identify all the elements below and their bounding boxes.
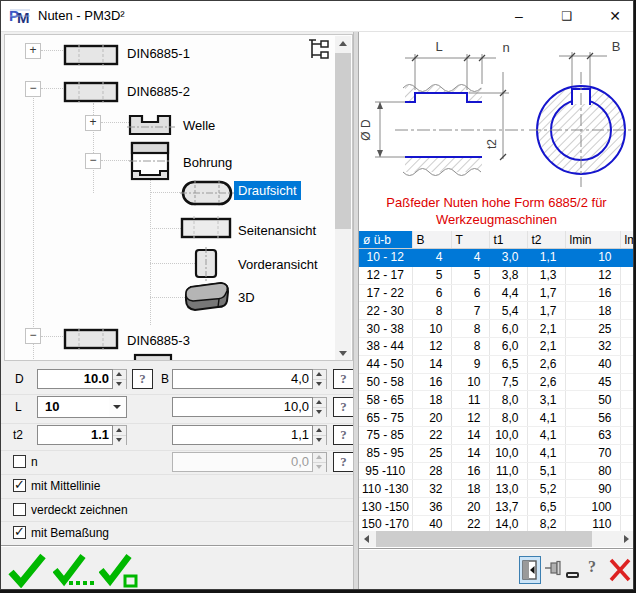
table-cell[interactable]: 2,6 xyxy=(527,355,565,373)
scroll-up-button[interactable] xyxy=(335,36,351,52)
table-cell[interactable]: 4,4 xyxy=(489,284,527,302)
table-cell[interactable]: 25 xyxy=(565,320,620,338)
table-cell[interactable]: 8 xyxy=(412,302,451,320)
table-header-cell[interactable]: lmin xyxy=(565,231,620,249)
t2-input[interactable]: 1.1 xyxy=(37,425,113,445)
table-cell[interactable]: 75 - 85 xyxy=(359,426,412,444)
table-cell[interactable]: 22 xyxy=(412,426,451,444)
t2-hub-spinner[interactable] xyxy=(313,425,327,445)
table-row[interactable]: 85 - 95251410,04,170 xyxy=(359,444,634,462)
table-cell[interactable]: 8,0 xyxy=(489,409,527,427)
table-row[interactable]: 58 - 6518118,03,150 xyxy=(359,391,634,409)
t2-help-button[interactable]: ? xyxy=(333,425,354,445)
table-cell[interactable]: 8,0 xyxy=(489,391,527,409)
table-cell[interactable] xyxy=(620,462,634,480)
table-cell[interactable]: 63 xyxy=(565,426,620,444)
table-cell[interactable]: 6,5 xyxy=(489,355,527,373)
d-help-button[interactable]: ? xyxy=(132,369,153,389)
table-cell[interactable]: 18 xyxy=(451,480,489,498)
table-cell[interactable] xyxy=(620,337,634,355)
ok-options-button[interactable] xyxy=(99,552,141,588)
tree-item-label[interactable]: Bohrung xyxy=(179,153,236,172)
table-row[interactable]: 10 - 12443,01,110 xyxy=(359,249,634,267)
table-cell[interactable]: 130 -150 xyxy=(359,498,412,516)
table-cell[interactable]: 50 xyxy=(565,391,620,409)
table-cell[interactable]: 100 xyxy=(565,498,620,516)
table-row[interactable]: 44 - 501496,52,640 xyxy=(359,355,634,373)
table-cell[interactable]: 16 xyxy=(451,462,489,480)
table-cell[interactable]: 17 - 22 xyxy=(359,284,412,302)
l-length-spinner[interactable] xyxy=(313,397,327,417)
table-cell[interactable]: 8 xyxy=(451,337,489,355)
table-cell[interactable]: 30 - 38 xyxy=(359,320,412,338)
maximize-button[interactable]: ❑ xyxy=(545,1,589,31)
table-cell[interactable]: 1,3 xyxy=(527,266,565,284)
table-cell[interactable]: 4 xyxy=(451,249,489,267)
table-cell[interactable]: 4,1 xyxy=(527,444,565,462)
table-header-cell[interactable]: B xyxy=(412,231,451,249)
table-cell[interactable] xyxy=(620,249,634,267)
table-cell[interactable]: 8 xyxy=(451,320,489,338)
table-cell[interactable]: 7 xyxy=(451,302,489,320)
tree-item-label-selected[interactable]: Draufsicht xyxy=(234,181,301,200)
tree-item-label[interactable]: DIN6885-2 xyxy=(123,82,194,101)
tree-item-label[interactable]: Vorderansicht xyxy=(234,255,322,274)
table-cell[interactable]: 6 xyxy=(412,284,451,302)
table-cell[interactable]: 10 xyxy=(412,320,451,338)
table-cell[interactable]: 70 xyxy=(565,444,620,462)
table-cell[interactable]: 5 xyxy=(451,266,489,284)
table-cell[interactable]: 1,7 xyxy=(527,284,565,302)
table-cell[interactable]: 16 xyxy=(412,373,451,391)
table-cell[interactable]: 22 - 30 xyxy=(359,302,412,320)
scroll-left-button[interactable] xyxy=(359,531,375,547)
table-cell[interactable]: 1,7 xyxy=(527,302,565,320)
mittellinie-checkbox[interactable] xyxy=(13,479,26,492)
table-cell[interactable]: 6,5 xyxy=(527,498,565,516)
table-cell[interactable]: 10,0 xyxy=(489,444,527,462)
close-button[interactable]: ✕ xyxy=(593,1,634,31)
table-row[interactable]: 50 - 5816107,52,645 xyxy=(359,373,634,391)
table-row[interactable]: 65 - 7520128,04,156 xyxy=(359,409,634,427)
table-header-cell[interactable]: T xyxy=(451,231,489,249)
table-cell[interactable]: 14 xyxy=(451,426,489,444)
table-cell[interactable]: 32 xyxy=(565,337,620,355)
tree-scrollbar[interactable] xyxy=(335,36,351,361)
d-spinner[interactable] xyxy=(113,369,127,389)
table-row[interactable]: 17 - 22664,41,716 xyxy=(359,284,634,302)
table-cell[interactable]: 2,6 xyxy=(527,373,565,391)
ok-continue-button[interactable] xyxy=(53,552,95,588)
table-cell[interactable]: 20 xyxy=(412,409,451,427)
table-cell[interactable]: 11,0 xyxy=(489,462,527,480)
verdeckt-checkbox[interactable] xyxy=(13,503,26,516)
table-cell[interactable]: 65 - 75 xyxy=(359,409,412,427)
table-row[interactable]: 75 - 85221410,04,163 xyxy=(359,426,634,444)
table-row[interactable]: 38 - 441286,02,132 xyxy=(359,337,634,355)
table-scrollbar[interactable] xyxy=(359,531,634,547)
table-cell[interactable]: 18 xyxy=(412,391,451,409)
n-checkbox[interactable] xyxy=(13,455,26,468)
scrollbar-thumb[interactable] xyxy=(335,53,351,229)
table-cell[interactable]: 10 xyxy=(565,249,620,267)
table-cell[interactable]: 38 - 44 xyxy=(359,337,412,355)
minimize-panel-icon[interactable] xyxy=(566,572,579,578)
tree-item-label[interactable]: DIN6885-1 xyxy=(123,44,194,63)
table-cell[interactable] xyxy=(620,391,634,409)
table-cell[interactable]: 20 xyxy=(451,498,489,516)
table-cell[interactable]: 2,1 xyxy=(527,337,565,355)
collapse-panel-button[interactable] xyxy=(519,556,541,584)
b-spinner[interactable] xyxy=(313,369,327,389)
tree-item-label[interactable]: Seitenansicht xyxy=(234,221,320,240)
table-cell[interactable]: 56 xyxy=(565,409,620,427)
table-row[interactable]: 110 -130321813,05,290 xyxy=(359,480,634,498)
table-cell[interactable]: 12 xyxy=(412,337,451,355)
scroll-right-button[interactable] xyxy=(618,531,634,547)
table-cell[interactable]: 10 xyxy=(451,373,489,391)
scrollbar-thumb[interactable] xyxy=(376,531,592,547)
verdeckt-label[interactable]: verdeckt zeichnen xyxy=(31,503,128,517)
b-help-button[interactable]: ? xyxy=(333,369,354,389)
table-cell[interactable]: 6 xyxy=(451,284,489,302)
table-cell[interactable] xyxy=(620,444,634,462)
table-cell[interactable]: 3,8 xyxy=(489,266,527,284)
table-cell[interactable]: 14 xyxy=(451,444,489,462)
table-header-cell[interactable]: lma xyxy=(620,231,634,249)
